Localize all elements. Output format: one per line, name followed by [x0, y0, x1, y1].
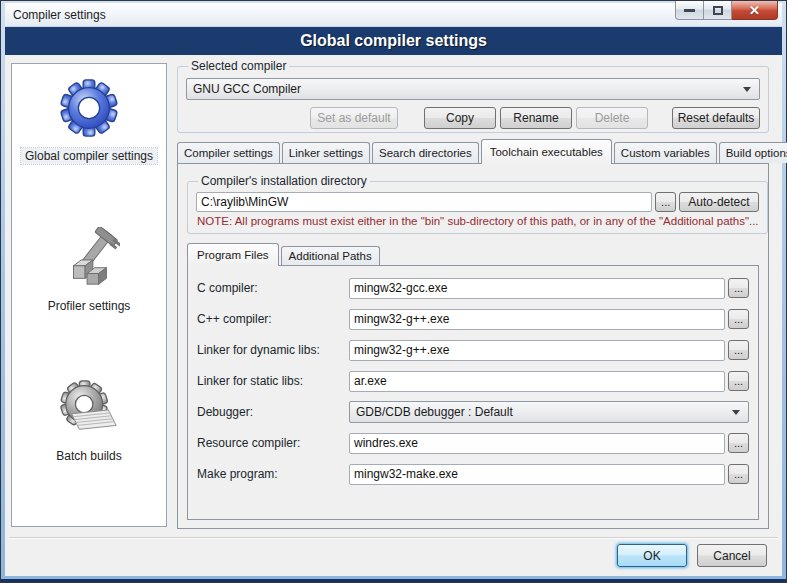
toolchain-executables-panel: Compiler's installation directory ... Au… [177, 163, 769, 529]
make-program-input[interactable] [349, 464, 725, 485]
compiler-tabs: Compiler settings Linker settings Search… [177, 138, 769, 163]
installation-directory-input[interactable] [196, 192, 652, 212]
cpp-compiler-browse-button[interactable]: ... [728, 309, 749, 329]
page-title: Global compiler settings [5, 27, 782, 55]
tab-compiler-settings[interactable]: Compiler settings [177, 142, 280, 163]
debugger-label: Debugger: [197, 405, 349, 419]
compiler-settings-window: Compiler settings ✕ Global compiler sett… [0, 0, 787, 583]
cpp-compiler-input[interactable] [349, 309, 725, 330]
tab-toolchain-executables[interactable]: Toolchain executables [481, 139, 612, 164]
selected-compiler-group-label: Selected compiler [188, 59, 289, 73]
c-compiler-browse-button[interactable]: ... [728, 278, 749, 298]
close-icon: ✕ [749, 4, 760, 17]
browse-directory-button[interactable]: ... [655, 192, 676, 212]
tab-custom-variables[interactable]: Custom variables [614, 142, 717, 163]
sidebar-item-label: Batch builds [52, 448, 125, 464]
installation-note: NOTE: All programs must exist either in … [196, 215, 759, 227]
dialog-client-area: Global compiler settings [5, 27, 782, 576]
toolchain-subtabs: Program Files Additional Paths [187, 242, 759, 265]
linker-static-label: Linker for static libs: [197, 374, 349, 388]
make-program-label: Make program: [197, 467, 349, 481]
selected-compiler-dropdown[interactable]: GNU GCC Compiler [186, 78, 760, 100]
compiler-actions-row: Set as default Copy Rename Delete Reset … [186, 107, 760, 129]
minimize-button[interactable] [675, 1, 704, 20]
set-as-default-button[interactable]: Set as default [310, 107, 398, 129]
cpp-compiler-label: C++ compiler: [197, 312, 349, 326]
blue-gear-icon [57, 76, 121, 140]
linker-dynamic-browse-button[interactable]: ... [728, 340, 749, 360]
window-title: Compiler settings [13, 8, 106, 22]
program-files-panel: C compiler: ... C++ compiler: ... Linker… [187, 265, 759, 520]
cancel-button[interactable]: Cancel [697, 544, 767, 567]
sidebar-item-label: Global compiler settings [21, 148, 157, 164]
sidebar-item-batch-builds[interactable]: Batch builds [12, 364, 166, 514]
global-compiler-settings-panel: Selected compiler GNU GCC Compiler Set a… [177, 59, 769, 529]
copy-button[interactable]: Copy [424, 107, 496, 129]
c-compiler-input[interactable] [349, 278, 725, 299]
make-program-row: Make program: ... [197, 463, 749, 485]
reset-defaults-button[interactable]: Reset defaults [672, 107, 760, 129]
resource-compiler-input[interactable] [349, 433, 725, 454]
c-compiler-row: C compiler: ... [197, 277, 749, 299]
make-program-browse-button[interactable]: ... [728, 464, 749, 484]
rename-button[interactable]: Rename [500, 107, 572, 129]
cpp-compiler-row: C++ compiler: ... [197, 308, 749, 330]
sidebar-item-profiler-settings[interactable]: Profiler settings [12, 214, 166, 364]
window-controls: ✕ [675, 1, 778, 20]
maximize-icon [713, 6, 723, 15]
tab-linker-settings[interactable]: Linker settings [282, 142, 370, 163]
footer-buttons: OK Cancel [617, 544, 767, 567]
gray-gear-stack-icon [57, 376, 121, 440]
debugger-row: Debugger: GDB/CDB debugger : Default [197, 401, 749, 423]
auto-detect-button[interactable]: Auto-detect [679, 192, 758, 212]
selected-compiler-group: Selected compiler GNU GCC Compiler Set a… [177, 59, 769, 133]
chevron-down-icon [732, 410, 740, 415]
chevron-down-icon [743, 87, 751, 92]
delete-button[interactable]: Delete [576, 107, 648, 129]
subtab-program-files[interactable]: Program Files [187, 243, 279, 266]
minimize-icon [684, 9, 695, 12]
settings-category-sidebar: Global compiler settings [11, 63, 167, 527]
ok-button[interactable]: OK [617, 544, 687, 567]
footer-divider [9, 537, 778, 539]
c-compiler-label: C compiler: [197, 281, 349, 295]
installation-directory-row: ... Auto-detect [196, 192, 759, 212]
linker-static-browse-button[interactable]: ... [728, 371, 749, 391]
sidebar-item-global-compiler-settings[interactable]: Global compiler settings [12, 64, 166, 214]
maximize-button[interactable] [704, 1, 732, 20]
linker-dynamic-label: Linker for dynamic libs: [197, 343, 349, 357]
installation-directory-group: Compiler's installation directory ... Au… [187, 174, 768, 234]
resource-compiler-browse-button[interactable]: ... [728, 433, 749, 453]
sidebar-item-label: Profiler settings [44, 298, 135, 314]
close-button[interactable]: ✕ [732, 1, 778, 20]
titlebar: Compiler settings ✕ [5, 3, 782, 27]
resource-compiler-label: Resource compiler: [197, 436, 349, 450]
linker-dynamic-input[interactable] [349, 340, 725, 361]
caliper-cubes-icon [57, 226, 121, 290]
selected-compiler-value: GNU GCC Compiler [193, 82, 743, 96]
resource-compiler-row: Resource compiler: ... [197, 432, 749, 454]
linker-static-input[interactable] [349, 371, 725, 392]
installation-directory-label: Compiler's installation directory [198, 174, 370, 188]
tab-build-options[interactable]: Build options [719, 142, 787, 163]
linker-dynamic-row: Linker for dynamic libs: ... [197, 339, 749, 361]
debugger-value: GDB/CDB debugger : Default [356, 405, 732, 419]
subtab-additional-paths[interactable]: Additional Paths [281, 246, 380, 265]
dialog-content: Global compiler settings [5, 55, 782, 576]
tab-search-directories[interactable]: Search directories [372, 142, 479, 163]
debugger-dropdown[interactable]: GDB/CDB debugger : Default [349, 401, 749, 423]
linker-static-row: Linker for static libs: ... [197, 370, 749, 392]
